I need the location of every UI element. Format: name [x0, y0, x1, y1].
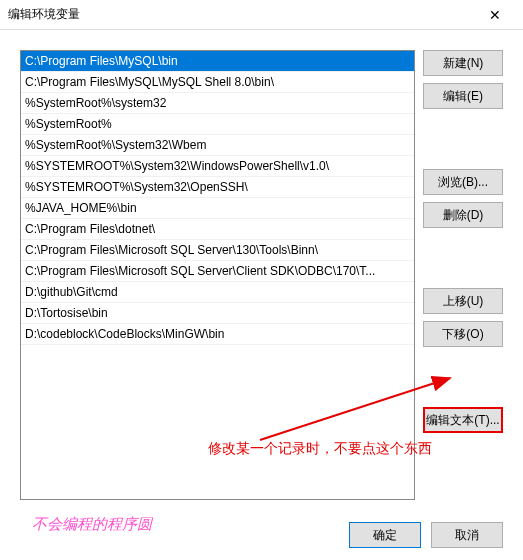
move-down-button[interactable]: 下移(O) — [423, 321, 503, 347]
list-item[interactable]: C:\Program Files\Microsoft SQL Server\Cl… — [21, 261, 414, 282]
edit-text-button[interactable]: 编辑文本(T)... — [423, 407, 503, 433]
list-item[interactable]: %JAVA_HOME%\bin — [21, 198, 414, 219]
close-icon[interactable]: ✕ — [475, 1, 515, 29]
list-item[interactable]: C:\Program Files\dotnet\ — [21, 219, 414, 240]
list-item[interactable]: C:\Program Files\MySQL\bin — [21, 51, 414, 72]
list-item[interactable]: %SYSTEMROOT%\System32\WindowsPowerShell\… — [21, 156, 414, 177]
ok-button[interactable]: 确定 — [349, 522, 421, 548]
list-item[interactable]: C:\Program Files\MySQL\MySQL Shell 8.0\b… — [21, 72, 414, 93]
edit-button[interactable]: 编辑(E) — [423, 83, 503, 109]
list-item[interactable]: C:\Program Files\Microsoft SQL Server\13… — [21, 240, 414, 261]
dialog-content: C:\Program Files\MySQL\binC:\Program Fil… — [20, 50, 503, 500]
titlebar: 编辑环境变量 ✕ — [0, 0, 523, 30]
side-buttons: 新建(N) 编辑(E) 浏览(B)... 删除(D) 上移(U) 下移(O) 编… — [423, 50, 503, 500]
move-up-button[interactable]: 上移(U) — [423, 288, 503, 314]
list-item[interactable]: D:\github\Git\cmd — [21, 282, 414, 303]
bottom-bar: 确定 取消 — [349, 522, 503, 548]
list-item[interactable]: %SystemRoot%\System32\Wbem — [21, 135, 414, 156]
list-item[interactable]: D:\codeblock\CodeBlocks\MinGW\bin — [21, 324, 414, 345]
list-item[interactable]: %SystemRoot%\system32 — [21, 93, 414, 114]
list-item[interactable]: %SYSTEMROOT%\System32\OpenSSH\ — [21, 177, 414, 198]
path-listbox[interactable]: C:\Program Files\MySQL\binC:\Program Fil… — [20, 50, 415, 500]
new-button[interactable]: 新建(N) — [423, 50, 503, 76]
cancel-button[interactable]: 取消 — [431, 522, 503, 548]
window-title: 编辑环境变量 — [8, 6, 80, 23]
signature-text: 不会编程的程序圆 — [32, 515, 152, 534]
browse-button[interactable]: 浏览(B)... — [423, 169, 503, 195]
delete-button[interactable]: 删除(D) — [423, 202, 503, 228]
list-item[interactable]: D:\Tortosise\bin — [21, 303, 414, 324]
list-item[interactable]: %SystemRoot% — [21, 114, 414, 135]
